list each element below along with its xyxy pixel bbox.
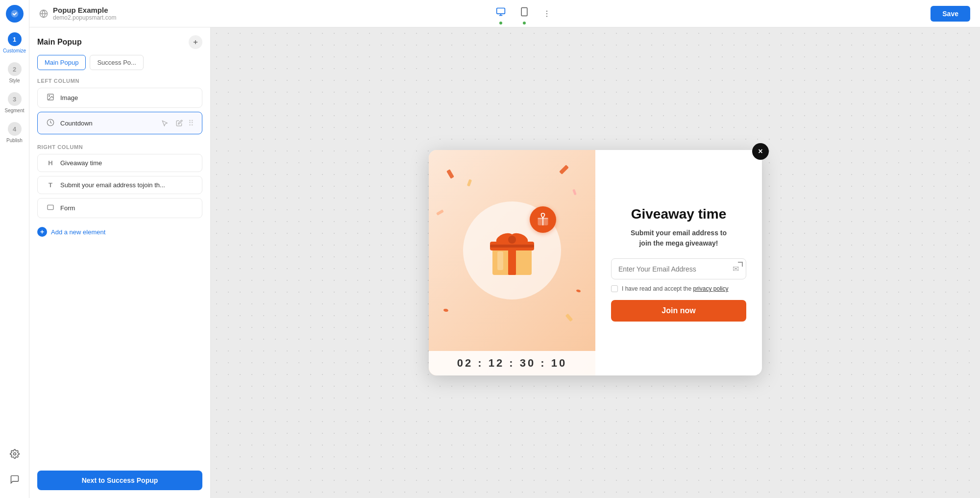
add-element-label: Add a new element	[51, 228, 105, 236]
sidebar-bottom	[6, 445, 24, 488]
step-label-style: Style	[9, 78, 20, 83]
sidebar-step-customize[interactable]: 1 Customize	[3, 32, 26, 53]
email-corner-decorator	[738, 262, 743, 267]
svg-point-15	[49, 96, 50, 97]
chat-icon-btn[interactable]	[6, 471, 24, 488]
svg-point-9	[546, 10, 547, 11]
element-form[interactable]: Form	[37, 198, 202, 218]
panel: Main Popup Main Popup Success Po... LEFT…	[29, 27, 211, 498]
left-column-label: LEFT COLUMN	[29, 78, 210, 84]
settings-icon-btn[interactable]	[6, 445, 24, 463]
desktop-icon	[496, 7, 506, 17]
gift-box-svg	[483, 221, 541, 280]
popup-subtitle: Submit your email address to join the me…	[631, 228, 727, 249]
tab-success-popup[interactable]: Success Po...	[90, 55, 143, 70]
tab-main-popup[interactable]: Main Popup	[37, 55, 86, 70]
mobile-device-btn[interactable]	[515, 3, 533, 21]
clock-icon	[46, 119, 55, 128]
confetti-6	[565, 314, 573, 322]
join-now-btn[interactable]: Join now	[611, 300, 746, 322]
sidebar-step-publish[interactable]: 4 Publish	[6, 122, 23, 143]
heading-icon: H	[46, 159, 55, 167]
element-subtitle-text[interactable]: T Submit your email address tojoin th...	[37, 176, 202, 194]
element-form-label: Form	[60, 204, 194, 212]
add-element-row[interactable]: Add a new element	[29, 222, 210, 242]
svg-point-11	[546, 16, 547, 17]
panel-tabs: Main Popup Success Po...	[29, 55, 210, 70]
confetti-4	[572, 189, 577, 196]
step-label-publish: Publish	[6, 138, 23, 143]
text-icon: T	[46, 181, 55, 189]
confetti-2	[467, 179, 472, 186]
element-countdown-actions: ⠿	[159, 117, 194, 129]
svg-point-26	[508, 236, 516, 244]
step-circle-4: 4	[8, 122, 22, 136]
privacy-policy-link[interactable]: privacy policy	[693, 285, 728, 292]
svg-rect-23	[490, 245, 534, 248]
panel-header: Main Popup	[29, 27, 210, 55]
step-circle-3: 3	[8, 92, 22, 106]
svg-rect-4	[497, 8, 505, 14]
confetti-5	[443, 308, 449, 312]
panel-title: Main Popup	[37, 38, 82, 47]
svg-point-1	[13, 453, 16, 455]
header-subtitle: demo2.popupsmart.com	[53, 14, 116, 21]
countdown-cursor-btn[interactable]	[159, 117, 171, 129]
privacy-checkbox[interactable]	[611, 285, 618, 292]
svg-point-0	[11, 10, 18, 18]
sidebar-step-style[interactable]: 2 Style	[8, 62, 22, 83]
desktop-device-group	[492, 3, 510, 25]
step-circle-1: 1	[8, 32, 22, 46]
popup-email-wrapper: ✉	[611, 258, 746, 279]
element-subtitle-label: Submit your email address tojoin th...	[60, 181, 194, 189]
globe-icon	[39, 9, 48, 18]
confetti-3	[559, 165, 569, 174]
image-icon	[46, 93, 55, 102]
step-label-segment: Segment	[4, 108, 24, 113]
svg-rect-27	[497, 251, 503, 270]
confetti-7	[436, 209, 444, 216]
popup-checkbox-row: I have read and accept the privacy polic…	[611, 285, 746, 292]
desktop-device-btn[interactable]	[492, 3, 510, 21]
element-countdown[interactable]: Countdown ⠿	[37, 112, 202, 134]
popup-countdown: 02 : 12 : 30 : 10	[429, 351, 595, 375]
countdown-edit-btn[interactable]	[173, 117, 185, 129]
element-image[interactable]: Image	[37, 88, 202, 108]
privacy-label: I have read and accept the privacy polic…	[622, 285, 728, 292]
sidebar-step-segment[interactable]: 3 Segment	[4, 92, 24, 113]
popup-close-btn[interactable]: ×	[752, 143, 769, 160]
popup-container: ×	[429, 150, 762, 375]
svg-point-10	[546, 13, 547, 14]
desktop-dot	[499, 22, 502, 25]
kebab-menu-btn[interactable]	[539, 6, 555, 22]
popup-right-column: Giveaway time Submit your email address …	[595, 150, 762, 375]
header: Popup Example demo2.popupsmart.com	[29, 0, 980, 27]
gift-circle	[463, 201, 561, 299]
gift-badge	[530, 206, 556, 233]
confetti-1	[446, 169, 454, 179]
form-icon	[46, 203, 55, 213]
countdown-drag-handle[interactable]: ⠿	[188, 119, 194, 128]
header-title: Popup Example	[53, 6, 116, 14]
element-image-label: Image	[60, 94, 194, 101]
logo-icon	[10, 9, 20, 19]
app-logo[interactable]	[6, 5, 24, 23]
next-to-success-btn[interactable]: Next to Success Popup	[37, 471, 202, 490]
panel-footer: Next to Success Popup	[29, 463, 210, 498]
mobile-icon	[519, 7, 529, 17]
kebab-icon	[542, 9, 551, 18]
canvas: ×	[211, 27, 980, 498]
gift-badge-icon	[536, 213, 550, 226]
popup-email-input[interactable]	[618, 265, 733, 273]
popup-title: Giveaway time	[631, 206, 727, 223]
plus-icon	[192, 39, 199, 46]
left-sidebar: 1 Customize 2 Style 3 Segment 4 Publish	[0, 0, 29, 498]
element-giveaway-title[interactable]: H Giveaway time	[37, 154, 202, 172]
svg-rect-17	[48, 205, 53, 209]
step-circle-2: 2	[8, 62, 22, 76]
element-countdown-label: Countdown	[60, 120, 154, 127]
header-left: Popup Example demo2.popupsmart.com	[39, 6, 116, 21]
panel-add-btn[interactable]	[189, 35, 202, 49]
save-button[interactable]: Save	[931, 6, 970, 22]
mobile-device-group	[515, 3, 533, 25]
